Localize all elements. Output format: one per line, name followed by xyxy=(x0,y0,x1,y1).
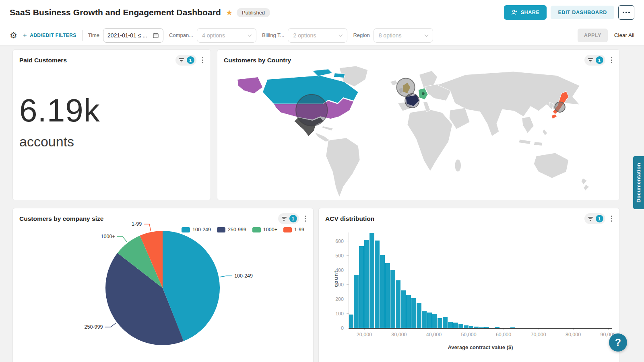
widget-tools: 1 xyxy=(278,213,307,224)
pie-callout-line xyxy=(117,237,127,242)
y-tick-mark xyxy=(347,299,349,299)
x-tick-label: 60,000 xyxy=(496,332,511,337)
hist-bar[interactable] xyxy=(380,255,385,328)
widget-menu-button[interactable] xyxy=(610,56,613,64)
hist-bar[interactable] xyxy=(417,303,421,328)
dot xyxy=(623,12,624,13)
company-filter-value: 4 options xyxy=(202,32,225,39)
land-south-america xyxy=(326,138,360,197)
widget-menu-button[interactable] xyxy=(201,56,204,64)
land-central-america xyxy=(315,132,330,142)
hist-bar[interactable] xyxy=(453,323,458,328)
map-bubble-usa[interactable] xyxy=(296,95,328,126)
y-axis-line xyxy=(349,232,349,328)
y-tick-label: 0 xyxy=(341,325,344,331)
hist-bar[interactable] xyxy=(385,263,390,328)
pie-callout-label: 1000+ xyxy=(101,234,115,239)
pie-callout-label: 100-249 xyxy=(234,273,253,279)
more-options-button[interactable] xyxy=(618,5,634,20)
widget-title: Customers by Country xyxy=(224,57,291,64)
hist-bar[interactable] xyxy=(448,322,453,328)
hist-bar[interactable] xyxy=(390,270,395,328)
share-button[interactable]: SHARE xyxy=(504,5,547,20)
documentation-tab[interactable]: Documentation xyxy=(633,156,644,209)
hist-bar[interactable] xyxy=(364,240,369,328)
hist-bar[interactable] xyxy=(354,275,359,328)
map-bubble-france[interactable] xyxy=(405,94,419,108)
chevron-down-icon xyxy=(248,33,252,37)
time-filter-label: Time xyxy=(88,32,99,38)
y-tick-label: 400 xyxy=(335,267,344,273)
plus-icon: + xyxy=(23,31,27,39)
hist-bar[interactable] xyxy=(369,233,374,328)
widget-filter-pill[interactable]: 1 xyxy=(584,213,605,224)
world-map[interactable] xyxy=(221,66,616,198)
documentation-tab-label: Documentation xyxy=(636,163,642,203)
gear-icon[interactable]: ⚙ xyxy=(10,31,17,39)
hist-bar[interactable] xyxy=(396,280,400,328)
chevron-down-icon xyxy=(339,33,343,37)
hist-bar[interactable] xyxy=(359,246,364,328)
widget-filter-pill[interactable]: 1 xyxy=(584,55,605,66)
pie-chart[interactable]: 100-249250-9991000+1-99 xyxy=(13,225,314,362)
share-person-icon xyxy=(511,9,518,16)
help-button[interactable]: ? xyxy=(609,333,627,352)
calendar-icon xyxy=(153,32,159,39)
widget-filter-pill[interactable]: 1 xyxy=(175,55,196,66)
company-filter-label: Compan... xyxy=(169,32,193,38)
hist-bar[interactable] xyxy=(401,290,406,328)
billing-filter-group: Billing T... 2 options xyxy=(262,28,347,43)
time-filter-value: 2021-01-01 ≤ ... xyxy=(107,32,147,39)
top-header: SaaS Business Growth and Engagement Dash… xyxy=(0,0,644,25)
x-tick-label: 20,000 xyxy=(357,332,372,337)
widget-filter-pill[interactable]: 1 xyxy=(278,213,299,224)
favorite-star-icon[interactable]: ★ xyxy=(226,8,233,17)
time-filter-input[interactable]: 2021-01-01 ≤ ... xyxy=(103,28,163,43)
pie-callout-line xyxy=(105,323,116,327)
paid-customers-widget: Paid Customers 1 6.19k accounts xyxy=(12,49,211,200)
y-tick-label: 300 xyxy=(335,282,344,288)
land-indochina xyxy=(522,117,534,133)
country-canada-islands[interactable] xyxy=(312,69,332,76)
country-japan-south[interactable] xyxy=(551,114,557,119)
add-edit-filters-button[interactable]: + ADD/EDIT FILTERS xyxy=(23,31,76,39)
dot xyxy=(625,12,627,13)
y-tick-mark xyxy=(347,255,349,256)
widget-menu-button[interactable] xyxy=(610,215,613,223)
hist-bar[interactable] xyxy=(422,311,427,328)
filter-icon xyxy=(588,58,593,62)
histogram-chart[interactable]: count 010020030040050060020,00030,00040,… xyxy=(319,228,619,362)
edit-dashboard-label: EDIT DASHBOARD xyxy=(558,10,607,15)
hist-bar[interactable] xyxy=(443,317,448,328)
widget-header: ACV distribution 1 xyxy=(319,208,619,228)
pie-callout-line xyxy=(220,276,232,277)
apply-button[interactable]: APPLY xyxy=(578,29,608,42)
company-filter-select[interactable]: 4 options xyxy=(197,28,256,43)
hist-bar[interactable] xyxy=(411,298,416,328)
country-usa-alaska[interactable] xyxy=(237,77,263,93)
y-tick-mark xyxy=(347,270,349,270)
land-new-zealand-2 xyxy=(584,185,589,191)
hist-bar[interactable] xyxy=(406,295,411,328)
hist-bar[interactable] xyxy=(427,313,432,328)
map-bubble-japan[interactable] xyxy=(555,102,565,112)
country-canada-islands-2[interactable] xyxy=(334,73,345,78)
clear-all-button[interactable]: Clear All xyxy=(614,32,634,38)
acv-distribution-widget: ACV distribution 1 count 010020030040050… xyxy=(318,208,620,362)
page-title: SaaS Business Growth and Engagement Dash… xyxy=(10,8,221,17)
filter-count-badge: 1 xyxy=(596,56,603,64)
share-button-label: SHARE xyxy=(521,10,540,15)
dashboard-canvas: Paid Customers 1 6.19k accounts Customer… xyxy=(0,46,644,362)
region-filter-select[interactable]: 8 options xyxy=(374,28,433,43)
hist-bar[interactable] xyxy=(432,314,437,328)
company-filter-group: Compan... 4 options xyxy=(169,28,256,43)
y-tick-mark xyxy=(347,284,349,285)
land-africa xyxy=(407,109,452,171)
hist-bar[interactable] xyxy=(375,241,380,328)
hist-bar[interactable] xyxy=(349,315,353,328)
widget-menu-button[interactable] xyxy=(304,215,307,223)
edit-dashboard-button[interactable]: EDIT DASHBOARD xyxy=(551,6,614,19)
billing-filter-select[interactable]: 2 options xyxy=(288,28,347,43)
hist-bar[interactable] xyxy=(438,318,442,328)
map-bubble-germany[interactable] xyxy=(422,92,425,95)
